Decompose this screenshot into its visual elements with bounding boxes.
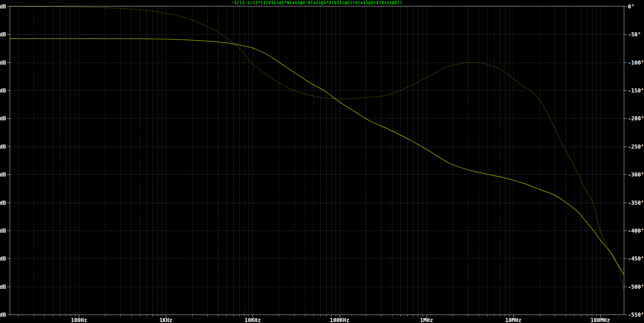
y-left-tick-label: -20dB xyxy=(0,200,6,206)
x-axis-tick-label: 10KHz xyxy=(245,317,261,323)
x-axis-tick-label: 1KHz xyxy=(159,317,172,323)
y-left-tick-label: 0dB xyxy=(0,171,6,178)
axis-layer: 120dB0°100dB-50°80dB-100°60dB-150°40dB-2… xyxy=(0,3,644,323)
x-axis-tick-label: 100MHz xyxy=(591,317,610,323)
y-left-tick-label: -80dB xyxy=(0,284,6,290)
y-left-tick-label: -40dB xyxy=(0,228,6,234)
y-left-tick-label: 40dB xyxy=(0,115,6,122)
y-right-tick-label: -400° xyxy=(628,228,644,234)
y-right-tick-label: -250° xyxy=(628,144,644,150)
y-right-tick-label: 0° xyxy=(628,3,634,10)
y-right-tick-label: -50° xyxy=(628,31,641,38)
y-right-tick-label: -350° xyxy=(628,200,644,206)
y-left-tick-label: -100dB xyxy=(0,312,6,318)
trace-expression-title[interactable]: -1/(1-1/(2*(I(Vi1)@1*V(x1)@2-V(x1)@1*I(V… xyxy=(10,0,624,5)
grid-layer xyxy=(10,6,624,315)
y-left-tick-label: 60dB xyxy=(0,87,6,94)
y-right-tick-label: -450° xyxy=(628,255,644,262)
bode-plot[interactable]: 120dB0°100dB-50°80dB-100°60dB-150°40dB-2… xyxy=(0,0,644,323)
y-left-tick-label: 20dB xyxy=(0,144,6,150)
y-right-tick-label: -200° xyxy=(628,115,644,122)
y-right-tick-label: -100° xyxy=(628,59,644,66)
y-right-tick-label: -550° xyxy=(628,312,644,318)
x-axis-tick-label: 10MHz xyxy=(505,317,521,323)
curve-phase_deg xyxy=(10,6,624,290)
y-left-tick-label: -60dB xyxy=(0,255,6,262)
x-axis-tick-label: 100KHz xyxy=(330,317,349,323)
y-left-tick-label: 120dB xyxy=(0,3,6,10)
x-axis-tick-label: 1MHz xyxy=(420,317,433,323)
x-axis-tick-label: 100Hz xyxy=(71,317,87,323)
y-right-tick-label: -150° xyxy=(628,87,644,94)
y-right-tick-label: -300° xyxy=(628,171,644,178)
waveform-viewer-window: { "title": "-1/(1-1/(2*(I(Vi1)@1*V(x1)@2… xyxy=(0,0,644,323)
y-right-tick-label: -500° xyxy=(628,284,644,290)
y-left-tick-label: 100dB xyxy=(0,31,6,38)
y-left-tick-label: 80dB xyxy=(0,59,6,66)
curve-magnitude_dB xyxy=(10,39,624,275)
